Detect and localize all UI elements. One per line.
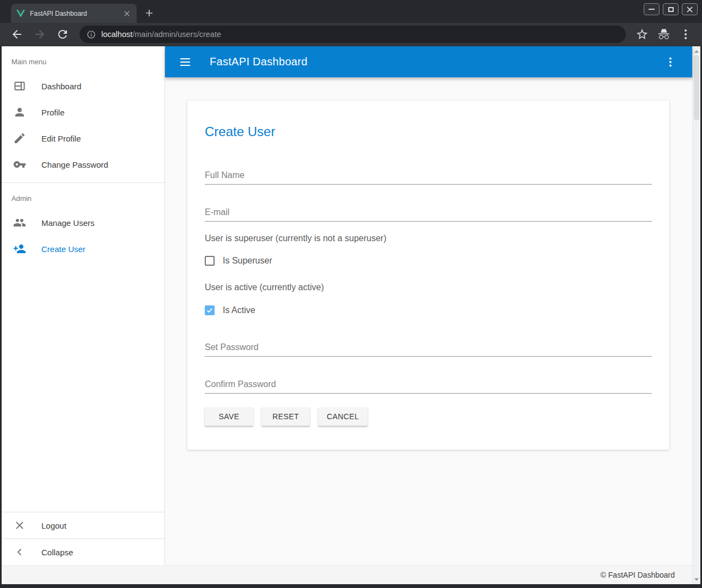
scroll-down-arrow[interactable]: [693, 575, 700, 583]
sidebar: Main menu Dashboard Profile Edit Profile: [2, 46, 165, 565]
sidebar-section-admin: Admin: [2, 183, 164, 210]
scroll-up-arrow[interactable]: [693, 47, 700, 55]
window-close-button[interactable]: [682, 3, 698, 15]
set-password-label: Set Password: [205, 342, 652, 353]
is-active-checkbox[interactable]: [205, 305, 215, 315]
sidebar-item-label: Change Password: [41, 160, 108, 169]
people-icon: [13, 216, 26, 229]
browser-toolbar: localhost/main/admin/users/create: [0, 23, 702, 46]
app-bar-title: FastAPI Dashboard: [210, 56, 664, 68]
is-superuser-checkbox-row: Is Superuser: [205, 256, 652, 266]
person-add-icon: [13, 242, 26, 255]
reset-button[interactable]: RESET: [261, 407, 310, 426]
sidebar-item-manage-users[interactable]: Manage Users: [2, 210, 164, 236]
close-icon: [687, 7, 693, 13]
cancel-button[interactable]: CANCEL: [318, 407, 368, 426]
confirm-password-field[interactable]: Confirm Password: [205, 379, 652, 394]
tab-close-icon[interactable]: [123, 9, 131, 18]
confirm-password-label: Confirm Password: [205, 379, 652, 390]
page-title: Create User: [205, 124, 652, 139]
footer-copyright: © FastAPI Dashboard: [601, 571, 675, 579]
forward-icon[interactable]: [33, 28, 46, 41]
full-name-label: Full Name: [205, 170, 652, 181]
sidebar-item-label: Profile: [41, 108, 65, 117]
sidebar-item-profile[interactable]: Profile: [2, 99, 164, 125]
url-host: localhost: [101, 30, 132, 39]
set-password-field[interactable]: Set Password: [205, 342, 652, 357]
sidebar-section-main-menu: Main menu: [2, 46, 164, 73]
tab-title: FastAPI Dashboard: [30, 10, 123, 17]
info-icon[interactable]: [87, 30, 96, 39]
is-superuser-label: Is Superuser: [223, 256, 272, 266]
minimize-icon: [649, 9, 655, 10]
email-field[interactable]: E-mail: [205, 207, 652, 222]
sidebar-spacer: [2, 262, 164, 512]
hamburger-menu-icon[interactable]: [179, 56, 192, 69]
sidebar-item-collapse[interactable]: Collapse: [2, 539, 164, 565]
check-icon: [206, 307, 213, 314]
is-active-label: Is Active: [223, 305, 255, 315]
sidebar-item-dashboard[interactable]: Dashboard: [2, 73, 164, 99]
sidebar-item-change-password[interactable]: Change Password: [2, 151, 164, 177]
save-button[interactable]: SAVE: [205, 407, 253, 426]
app-bar-menu-icon[interactable]: [664, 56, 677, 69]
back-icon[interactable]: [10, 28, 23, 41]
dashboard-icon: [13, 79, 26, 93]
full-name-field[interactable]: Full Name: [205, 170, 652, 185]
browser-window: FastAPI Dashboard: [0, 0, 702, 588]
new-tab-button[interactable]: [143, 7, 156, 20]
sidebar-item-logout[interactable]: Logout: [2, 512, 164, 538]
sidebar-item-label: Dashboard: [41, 82, 81, 91]
key-icon: [13, 158, 26, 171]
is-active-checkbox-row: Is Active: [205, 305, 652, 315]
form-buttons: SAVE RESET CANCEL: [205, 407, 652, 426]
browser-menu-icon[interactable]: [679, 28, 692, 41]
browser-tab-bar: FastAPI Dashboard: [0, 0, 702, 23]
scrollbar[interactable]: [692, 46, 700, 584]
sidebar-item-label: Collapse: [41, 548, 73, 557]
logout-x-icon: [13, 519, 26, 532]
scrollbar-thumb[interactable]: [694, 55, 699, 120]
app-bar: FastAPI Dashboard: [165, 46, 692, 77]
content-area: Create User Full Name E-mail User is sup…: [165, 77, 692, 565]
main-area: FastAPI Dashboard Create User Full Name …: [165, 46, 692, 565]
url-bar[interactable]: localhost/main/admin/users/create: [80, 26, 626, 43]
superuser-hint: User is superuser (currently is not a su…: [205, 233, 652, 244]
email-label: E-mail: [205, 207, 652, 218]
window-minimize-button[interactable]: [644, 3, 660, 15]
window-maximize-button[interactable]: [663, 3, 679, 15]
person-icon: [13, 106, 26, 119]
incognito-icon[interactable]: [657, 28, 670, 41]
maximize-icon: [668, 7, 674, 12]
sidebar-item-create-user[interactable]: Create User: [2, 236, 164, 262]
active-hint: User is active (currently active): [205, 282, 652, 293]
sidebar-item-label: Create User: [41, 244, 86, 254]
sidebar-item-edit-profile[interactable]: Edit Profile: [2, 125, 164, 151]
sidebar-item-label: Logout: [41, 521, 66, 530]
browser-tab[interactable]: FastAPI Dashboard: [11, 4, 137, 23]
is-superuser-checkbox[interactable]: [205, 256, 215, 266]
window-controls: [644, 3, 698, 15]
bookmark-star-icon[interactable]: [636, 28, 649, 41]
chevron-left-icon: [13, 546, 26, 559]
sidebar-item-label: Manage Users: [41, 218, 95, 228]
url-text: localhost/main/admin/users/create: [101, 30, 221, 39]
toolbar-right: [631, 28, 697, 41]
edit-icon: [13, 132, 26, 145]
sidebar-item-label: Edit Profile: [41, 134, 81, 143]
vue-logo-icon: [16, 10, 25, 17]
create-user-card: Create User Full Name E-mail User is sup…: [187, 101, 669, 450]
footer: © FastAPI Dashboard: [2, 565, 692, 584]
page: Main menu Dashboard Profile Edit Profile: [2, 46, 700, 584]
reload-icon[interactable]: [56, 28, 69, 41]
url-path: /main/admin/users/create: [132, 30, 221, 39]
